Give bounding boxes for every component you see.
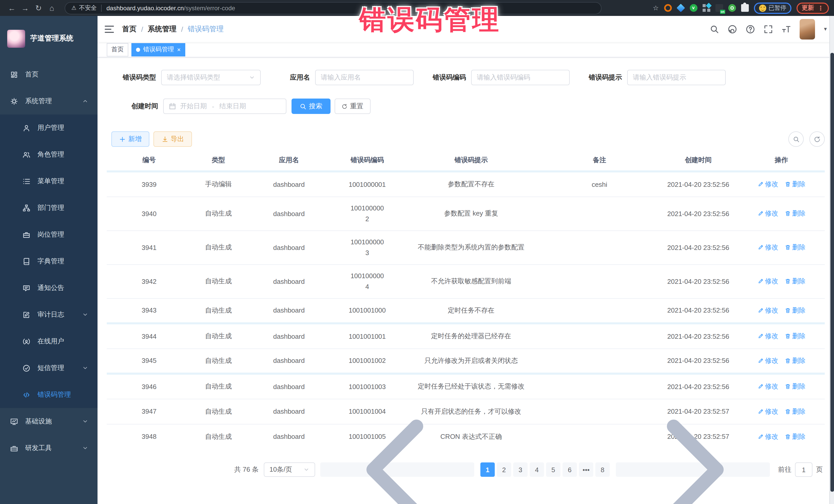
extension-icon[interactable] — [702, 4, 710, 12]
page-button-1[interactable]: 1 — [480, 462, 495, 477]
font-size-icon[interactable] — [782, 24, 791, 34]
edit-icon — [757, 333, 764, 339]
delete-link[interactable]: 删除 — [785, 209, 806, 218]
edit-link[interactable]: 修改 — [757, 382, 778, 391]
tag-close-icon[interactable]: × — [177, 46, 181, 52]
app-title: 芋道管理系统 — [30, 34, 73, 43]
tag-bar: 首页 错误码管理 × — [97, 42, 834, 58]
sidebar-item-2[interactable]: 用户管理 — [0, 114, 97, 141]
page-button-4[interactable]: 4 — [530, 462, 544, 477]
edit-link[interactable]: 修改 — [757, 356, 778, 366]
page-button-2[interactable]: 2 — [497, 462, 511, 477]
sms-icon — [23, 364, 30, 372]
delete-link[interactable]: 删除 — [785, 382, 806, 391]
error-code-input[interactable]: 请输入错误码编码 — [471, 70, 570, 85]
edit-link[interactable]: 修改 — [757, 243, 778, 252]
date-range-picker[interactable]: 开始日期 - 结束日期 — [163, 98, 286, 114]
address-bar[interactable]: ⚠ 不安全 dashboard.yudao.iocoder.cn /system… — [65, 2, 601, 14]
export-button[interactable]: 导出 — [153, 131, 192, 147]
edit-link[interactable]: 修改 — [757, 306, 778, 315]
sidebar-toggle-icon[interactable] — [105, 25, 114, 32]
browser-reload-icon[interactable]: ↻ — [32, 3, 45, 13]
breadcrumb-item[interactable]: 首页 — [122, 24, 136, 34]
fullscreen-icon[interactable] — [764, 24, 773, 34]
edit-link[interactable]: 修改 — [757, 209, 778, 218]
extension-icon[interactable] — [728, 4, 736, 12]
bookmark-star-icon[interactable]: ☆ — [653, 4, 659, 12]
browser-menu-icon[interactable]: ⋮ — [817, 4, 824, 12]
delete-link[interactable]: 删除 — [785, 407, 806, 416]
edit-link[interactable]: 修改 — [757, 180, 778, 189]
error-type-select[interactable]: 请选择错误码类型 — [161, 70, 261, 85]
breadcrumb-item[interactable]: 系统管理 — [148, 24, 177, 34]
tag-error-code[interactable]: 错误码管理 × — [131, 43, 185, 56]
sidebar-item-10[interactable]: 在线用户 — [0, 328, 97, 355]
browser-home-icon[interactable]: ⌂ — [45, 4, 59, 12]
add-button[interactable]: 新增 — [111, 131, 149, 147]
profile-paused-badge[interactable]: 已暂停 — [754, 2, 791, 14]
sidebar-item-label: 首页 — [25, 70, 88, 79]
sidebar-item-12[interactable]: 错误码管理 — [0, 381, 97, 408]
search-button[interactable]: 搜索 — [291, 98, 331, 114]
extension-icon[interactable]: v — [689, 4, 697, 12]
sidebar-item-13[interactable]: 基础设施 — [0, 408, 97, 435]
table-refresh-button[interactable] — [809, 131, 825, 147]
user-avatar[interactable] — [800, 19, 815, 39]
scrollbar-thumb[interactable] — [830, 53, 834, 492]
extension-icon[interactable] — [664, 4, 672, 12]
sidebar-item-7[interactable]: 字典管理 — [0, 248, 97, 275]
delete-link[interactable]: 删除 — [785, 180, 806, 189]
app-name-input[interactable]: 请输入应用名 — [315, 70, 414, 85]
sidebar-item-3[interactable]: 角色管理 — [0, 141, 97, 168]
page-scrollbar[interactable] — [829, 16, 834, 504]
github-icon[interactable] — [728, 24, 737, 34]
delete-link[interactable]: 删除 — [785, 277, 806, 286]
browser-back-icon[interactable]: ← — [5, 4, 19, 12]
sidebar-item-11[interactable]: 短信管理 — [0, 355, 97, 381]
sidebar-item-1[interactable]: 系统管理 — [0, 88, 97, 114]
error-hint-input[interactable]: 请输入错误码提示 — [627, 70, 726, 85]
extension-icon[interactable] — [676, 4, 685, 12]
user-icon — [23, 124, 30, 132]
sidebar-item-5[interactable]: 部门管理 — [0, 195, 97, 221]
page-size-select[interactable]: 10条/页 — [264, 462, 315, 477]
delete-link[interactable]: 删除 — [785, 332, 806, 341]
delete-link[interactable]: 删除 — [785, 243, 806, 252]
chevron-down-icon — [82, 365, 88, 371]
sidebar-item-9[interactable]: 审计日志 — [0, 301, 97, 328]
sidebar-logo[interactable]: 芋道管理系统 — [0, 16, 97, 61]
goto-page-input[interactable]: 1 — [795, 462, 812, 477]
sidebar-item-6[interactable]: 岗位管理 — [0, 221, 97, 248]
delete-link[interactable]: 删除 — [785, 432, 806, 441]
chevron-down-icon — [82, 445, 88, 451]
table-search-toggle-button[interactable] — [788, 131, 804, 147]
delete-link[interactable]: 删除 — [785, 356, 806, 366]
help-icon[interactable] — [746, 24, 755, 34]
search-icon[interactable] — [710, 24, 719, 34]
tag-home[interactable]: 首页 — [107, 43, 128, 56]
edit-link[interactable]: 修改 — [757, 277, 778, 286]
edit-link[interactable]: 修改 — [757, 332, 778, 341]
prev-page-button[interactable] — [320, 462, 474, 477]
avatar-caret-icon[interactable]: ▾ — [824, 26, 827, 32]
page-button-5[interactable]: 5 — [546, 462, 561, 477]
sidebar-item-4[interactable]: 菜单管理 — [0, 168, 97, 195]
browser-update-button[interactable]: 更新 ⋮ — [796, 2, 829, 14]
page-button-6[interactable]: 6 — [563, 462, 577, 477]
delete-link[interactable]: 删除 — [785, 306, 806, 315]
page-button-8[interactable]: 8 — [595, 462, 610, 477]
annotation-overlay-text: 错误码管理 — [359, 2, 500, 38]
page-button-3[interactable]: 3 — [513, 462, 528, 477]
browser-forward-icon[interactable]: → — [19, 4, 32, 12]
extension-puzzle-icon[interactable] — [741, 4, 749, 12]
sidebar-item-0[interactable]: 首页 — [0, 61, 97, 88]
sidebar-item-8[interactable]: 通知公告 — [0, 275, 97, 301]
sidebar-item-label: 角色管理 — [38, 150, 88, 159]
next-page-button[interactable] — [616, 462, 770, 477]
sidebar-item-14[interactable]: 研发工具 — [0, 435, 97, 461]
dashboard-icon — [10, 70, 18, 78]
extension-on-icon[interactable] — [715, 4, 723, 12]
table-cell: dashboard — [245, 349, 333, 374]
reset-button[interactable]: 重置 — [335, 98, 371, 114]
page-ellipsis-button[interactable]: ••• — [579, 462, 593, 477]
